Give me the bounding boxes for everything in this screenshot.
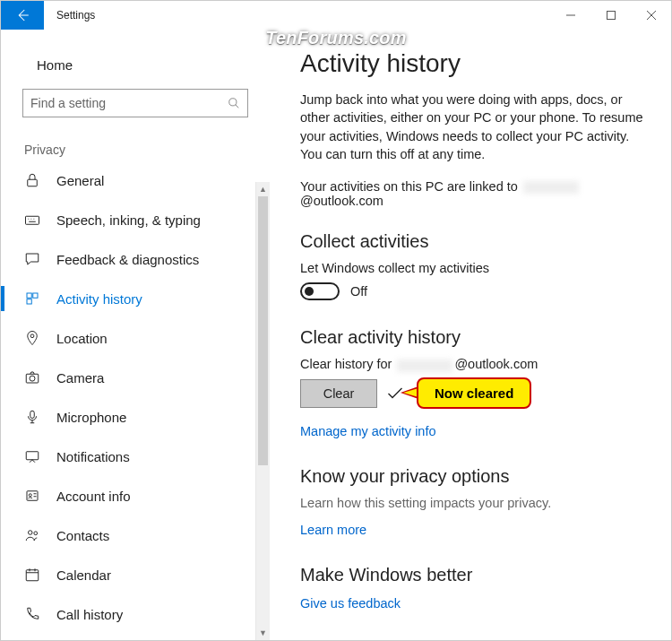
contacts-icon: [24, 527, 40, 543]
phone-icon: [24, 606, 40, 622]
collect-label: Let Windows collect my activities: [300, 261, 644, 275]
minimize-button[interactable]: [550, 1, 590, 30]
feedback-link[interactable]: Give us feedback: [300, 596, 401, 611]
annotation-text: Now cleared: [417, 377, 531, 409]
svg-rect-17: [26, 570, 39, 581]
manage-activity-link[interactable]: Manage my activity info: [300, 424, 436, 438]
annotation-callout: Now cleared: [417, 377, 531, 409]
know-subtext: Learn how this setting impacts your priv…: [300, 496, 644, 510]
sidebar: Home Privacy General Speech, inking, & t…: [1, 30, 270, 640]
svg-rect-0: [607, 12, 615, 20]
sidebar-item-label: General: [56, 173, 104, 188]
keyboard-icon: [24, 212, 40, 228]
maximize-button[interactable]: [590, 1, 631, 30]
arrow-left-icon: [14, 7, 30, 23]
main-pane: Activity history Jump back into what you…: [270, 30, 671, 640]
svg-rect-5: [27, 293, 31, 298]
window-title: Settings: [44, 1, 95, 30]
sidebar-item-label: Calendar: [56, 567, 111, 583]
know-heading: Know your privacy options: [300, 466, 644, 487]
close-button[interactable]: [631, 1, 671, 30]
lock-icon: [24, 172, 40, 188]
maximize-icon: [607, 11, 616, 20]
svg-rect-7: [27, 299, 31, 304]
collect-heading: Collect activities: [300, 231, 644, 252]
svg-rect-12: [26, 452, 39, 460]
sidebar-item-location[interactable]: Location: [19, 318, 270, 358]
svg-point-16: [34, 532, 38, 535]
account-icon: [24, 488, 40, 504]
sidebar-group-label: Privacy: [24, 143, 270, 157]
clear-heading: Clear activity history: [300, 327, 644, 348]
search-input[interactable]: [30, 96, 228, 110]
learn-more-link[interactable]: Learn more: [300, 523, 366, 537]
svg-point-14: [29, 494, 31, 497]
sidebar-item-calendar[interactable]: Calendar: [19, 555, 270, 594]
sidebar-item-camera[interactable]: Camera: [19, 358, 270, 397]
sidebar-item-label: Feedback & diagnostics: [56, 252, 199, 267]
sidebar-item-label: Camera: [56, 370, 104, 385]
titlebar: Settings: [1, 1, 671, 30]
sidebar-home-label: Home: [37, 57, 73, 73]
toggle-track: [300, 282, 340, 300]
linked-account-text: Your activities on this PC are linked to…: [300, 179, 644, 208]
sidebar-item-notifications[interactable]: Notifications: [19, 437, 270, 476]
svg-point-2: [229, 99, 237, 106]
svg-rect-6: [33, 293, 38, 298]
scrollbar-thumb[interactable]: [258, 196, 268, 465]
feedback-icon: [24, 251, 40, 267]
sidebar-item-label: Call history: [56, 607, 123, 622]
sidebar-item-label: Activity history: [56, 291, 142, 307]
svg-rect-4: [26, 216, 39, 224]
sidebar-item-label: Location: [56, 331, 108, 346]
toggle-state: Off: [350, 284, 367, 299]
sidebar-item-label: Notifications: [56, 449, 130, 464]
toggle-knob: [305, 287, 314, 296]
sidebar-item-label: Account info: [56, 489, 131, 504]
collect-toggle[interactable]: Off: [300, 282, 644, 300]
svg-point-8: [30, 334, 34, 338]
close-icon: [647, 11, 656, 20]
sidebar-item-general[interactable]: General: [19, 160, 270, 200]
better-heading: Make Windows better: [300, 565, 644, 585]
clear-label: Clear history for @outlook.com: [300, 357, 644, 371]
scroll-up-icon: ▲: [256, 182, 270, 196]
svg-point-15: [29, 531, 33, 535]
minimize-icon: [566, 11, 575, 20]
svg-point-10: [30, 376, 35, 381]
sidebar-item-microphone[interactable]: Microphone: [19, 397, 270, 437]
sidebar-home[interactable]: Home: [19, 48, 270, 82]
sidebar-nav: General Speech, inking, & typing Feedbac…: [19, 160, 270, 634]
page-title: Activity history: [300, 49, 644, 78]
sidebar-item-contacts[interactable]: Contacts: [19, 515, 270, 555]
page-description: Jump back into what you were doing with …: [300, 91, 644, 163]
activity-icon: [24, 290, 40, 307]
redacted-user: [523, 181, 579, 194]
svg-rect-3: [28, 179, 38, 186]
svg-rect-13: [27, 491, 38, 501]
search-icon: [228, 97, 240, 109]
camera-icon: [24, 369, 40, 385]
sidebar-item-label: Contacts: [56, 528, 109, 543]
sidebar-scrollbar[interactable]: ▲ ▼: [255, 182, 270, 640]
sidebar-item-speech[interactable]: Speech, inking, & typing: [19, 200, 270, 239]
sidebar-item-label: Microphone: [56, 410, 126, 425]
redacted-user: [397, 359, 452, 372]
back-button[interactable]: [1, 1, 44, 30]
content: Home Privacy General Speech, inking, & t…: [1, 30, 671, 640]
notifications-icon: [24, 448, 40, 464]
sidebar-item-activity-history[interactable]: Activity history: [19, 279, 270, 318]
clear-button[interactable]: Clear: [300, 379, 377, 408]
scroll-down-icon: ▼: [256, 626, 270, 640]
clear-row: Clear Now cleared: [300, 379, 644, 408]
calendar-icon: [24, 567, 40, 583]
sidebar-item-call-history[interactable]: Call history: [19, 594, 270, 634]
sidebar-item-label: Speech, inking, & typing: [56, 212, 201, 228]
search-input-wrapper[interactable]: [22, 89, 248, 117]
sidebar-item-account-info[interactable]: Account info: [19, 476, 270, 515]
location-icon: [24, 330, 40, 346]
microphone-icon: [24, 409, 40, 425]
svg-rect-11: [30, 411, 35, 418]
sidebar-item-feedback[interactable]: Feedback & diagnostics: [19, 239, 270, 279]
